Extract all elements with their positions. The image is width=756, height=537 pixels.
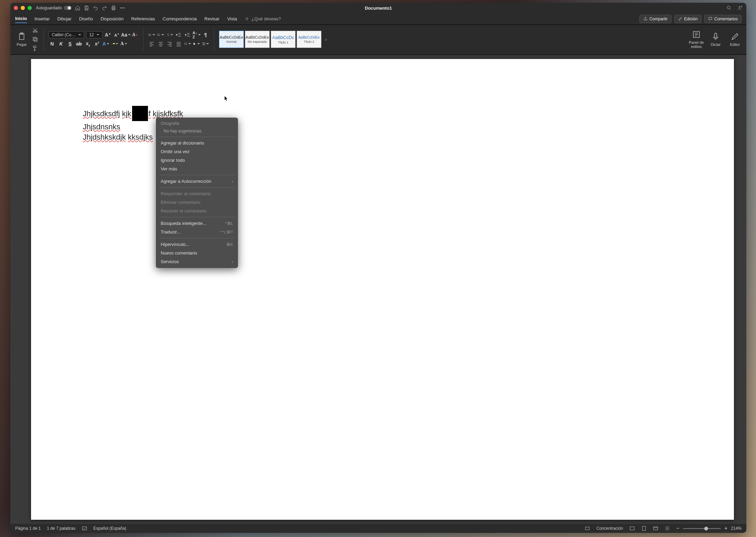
decrease-font-icon[interactable]: A▼ [113,31,120,38]
dictate-button[interactable]: Dictar [708,27,724,52]
spellcheck-status-icon[interactable] [82,526,87,531]
cut-icon[interactable] [32,27,39,34]
status-language[interactable]: Español (España) [93,526,126,531]
status-words[interactable]: 1 de 7 palabras [47,526,76,531]
borders-icon[interactable] [202,40,209,47]
superscript-icon[interactable]: x2 [93,40,100,47]
tab-correspondencia[interactable]: Correspondencia [163,15,197,23]
tab-referencias[interactable]: Referencias [131,15,155,23]
text-word[interactable]: f [149,109,151,118]
strikethrough-icon[interactable]: ab [76,40,82,47]
line-spacing-icon[interactable] [184,40,191,47]
home-icon[interactable] [75,5,80,11]
bold-icon[interactable]: N [49,40,56,47]
style-titulo2[interactable]: AaBbCcDdEeTítulo 2 [297,31,321,48]
ctx-new-comment[interactable]: Nuevo comentario [156,249,238,257]
style-sin-espaciado[interactable]: AaBbCcDdEeSin espaciado [245,31,270,48]
text-word[interactable]: kjk [122,109,131,118]
tab-inicio[interactable]: Inicio [15,14,27,23]
style-normal[interactable]: AaBbCcDdEeNormal [219,31,244,48]
editor-button[interactable]: Editor [727,27,743,52]
tab-diseno[interactable]: Diseño [79,15,93,23]
styles-gallery[interactable]: AaBbCcDdEeNormal AaBbCcDdEeSin espaciado… [219,27,329,52]
status-concentracion[interactable]: Concentración [596,526,623,531]
compartir-button[interactable]: Compartir [639,15,672,23]
align-center-icon[interactable] [157,40,164,47]
text-word[interactable]: kksdjks [128,133,153,141]
align-right-icon[interactable] [166,40,173,47]
close-window-button[interactable] [14,6,18,10]
numbering-icon[interactable]: 123 [157,31,164,38]
font-name-select[interactable]: Calibri (Cu… [49,31,84,38]
document-page[interactable]: Jhjksdksdfj kjkf kjjskfksfk Jhjsdnsnks J… [31,59,734,520]
styles-pane-button[interactable]: Panel de estilos [688,27,704,52]
search-icon[interactable] [726,5,732,11]
autosave-switch[interactable] [64,6,71,10]
font-size-select[interactable]: 12 [86,31,102,38]
ctx-services[interactable]: Servicios› [156,257,238,266]
change-case-icon[interactable]: Aa [122,31,129,38]
edicion-button[interactable]: Edición [674,15,702,23]
format-painter-icon[interactable] [32,45,39,52]
sort-icon[interactable]: A↓Z [193,31,200,38]
align-left-icon[interactable] [148,40,155,47]
style-titulo1[interactable]: AaBbCcDcTítulo 1 [271,31,296,48]
zoom-in-button[interactable]: + [724,525,727,531]
underline-icon[interactable]: S [67,40,73,47]
zoom-level[interactable]: 214% [731,526,742,531]
ctx-translate[interactable]: Traducir...^⌥⌘T [156,228,238,236]
copy-icon[interactable] [32,36,39,43]
multilevel-list-icon[interactable] [166,31,173,38]
print-icon[interactable] [111,5,116,11]
text-word[interactable]: Jhjsdnsnks [83,122,120,131]
zoom-slider[interactable] [683,528,721,529]
web-layout-icon[interactable] [653,526,658,531]
styles-more-icon[interactable]: › [322,36,329,43]
comentarios-button[interactable]: Comentarios [704,15,742,23]
focus-mode-icon[interactable] [585,526,590,531]
ctx-smart-lookup[interactable]: Búsqueda inteligente...^⌘L [156,219,238,228]
text-word[interactable]: Jhjdshkskdjk [83,133,126,141]
zoom-out-button[interactable]: − [676,525,679,531]
clear-formatting-icon[interactable]: A⊘ [131,31,138,38]
tab-revisar[interactable]: Revisar [205,15,220,23]
share-people-icon[interactable] [737,5,743,11]
tab-insertar[interactable]: Insertar [34,15,50,23]
increase-font-icon[interactable]: A▲ [105,31,111,38]
highlight-icon[interactable] [111,40,118,47]
tab-vista[interactable]: Vista [227,15,237,23]
decrease-indent-icon[interactable] [175,31,182,38]
undo-icon[interactable] [93,5,98,11]
italic-icon[interactable]: K [58,40,64,47]
minimize-window-button[interactable] [21,6,25,10]
redo-icon[interactable] [102,5,107,11]
ctx-add-autocorrect[interactable]: Agregar a Autocorrección› [156,177,238,186]
status-page[interactable]: Página 1 de 1 [15,526,41,531]
ctx-see-more[interactable]: Ver más [156,165,238,173]
autosave-toggle[interactable]: Autoguardado [36,6,71,10]
text-word[interactable]: kjjskfksfk [153,109,183,118]
ctx-ignore-once[interactable]: Omitir una vez [156,147,238,156]
tab-dibujar[interactable]: Dibujar [57,15,71,23]
increase-indent-icon[interactable] [184,31,191,38]
outline-view-icon[interactable] [665,526,670,531]
text-word[interactable]: Jhjksdksdfj [83,109,120,118]
tab-disposicion[interactable]: Disposición [101,15,123,23]
ctx-hyperlink[interactable]: Hipervínculo...⌘K [156,240,238,249]
text-effects-icon[interactable]: A [102,40,109,47]
shading-icon[interactable] [193,40,200,47]
subscript-icon[interactable]: x2 [84,40,91,47]
tell-me-search[interactable]: ¿Qué deseas? [245,16,281,21]
bullets-icon[interactable] [148,31,155,38]
ctx-ignore-all[interactable]: Ignorar todo [156,156,238,165]
show-marks-icon[interactable]: ¶ [202,31,209,38]
print-layout-icon[interactable] [641,526,647,531]
read-mode-icon[interactable] [629,526,635,531]
ctx-add-dictionary[interactable]: Agregar al diccionario [156,139,238,147]
maximize-window-button[interactable] [28,6,32,10]
paste-button[interactable]: Pegar [14,32,30,47]
save-icon[interactable] [84,5,89,11]
align-justify-icon[interactable] [175,40,182,47]
font-color-icon[interactable]: A [120,40,127,47]
more-icon[interactable] [120,5,125,11]
